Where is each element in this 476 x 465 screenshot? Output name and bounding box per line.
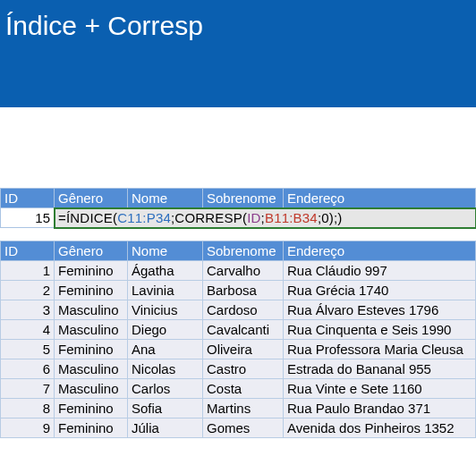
cell-sobrenome[interactable]: Cavalcanti xyxy=(203,320,284,340)
table-row: 5FemininoAnaOliveiraRua Professora Maria… xyxy=(1,340,476,359)
table-row: 7MasculinoCarlosCostaRua Vinte e Sete 11… xyxy=(1,379,476,399)
cell-sobrenome[interactable]: Carvalho xyxy=(203,261,284,281)
cell-endereco[interactable]: Rua Grécia 1740 xyxy=(284,281,476,300)
header-id[interactable]: ID xyxy=(1,189,55,208)
formula-range2: B11:B34 xyxy=(265,210,318,225)
cell-nome[interactable]: Vinicius xyxy=(128,300,203,320)
cell-sobrenome[interactable]: Costa xyxy=(203,379,284,399)
cell-endereco[interactable]: Rua Álvaro Esteves 1796 xyxy=(284,300,476,320)
cell-genero[interactable]: Feminino xyxy=(55,281,128,300)
cell-id[interactable]: 1 xyxy=(1,261,55,281)
header-genero[interactable]: Gênero xyxy=(55,189,128,208)
data-header-row: ID Gênero Nome Sobrenome Endereço xyxy=(1,241,476,261)
header-nome[interactable]: Nome xyxy=(128,241,203,261)
cell-nome[interactable]: Diego xyxy=(128,320,203,340)
cell-sobrenome[interactable]: Martins xyxy=(203,399,284,418)
cell-genero[interactable]: Masculino xyxy=(55,359,128,379)
cell-id[interactable]: 6 xyxy=(1,359,55,379)
cell-genero[interactable]: Masculino xyxy=(55,300,128,320)
cell-sobrenome[interactable]: Barbosa xyxy=(203,281,284,300)
spacer xyxy=(0,107,476,188)
table-row: 2FemininoLaviniaBarbosaRua Grécia 1740 xyxy=(1,281,476,300)
cell-sobrenome[interactable]: Oliveira xyxy=(203,340,284,359)
cell-genero[interactable]: Feminino xyxy=(55,340,128,359)
cell-endereco[interactable]: Rua Professora Maria Cleusa xyxy=(284,340,476,359)
gap xyxy=(0,228,476,241)
cell-nome[interactable]: Júlia xyxy=(128,418,203,438)
table-row: 6MasculinoNicolasCastroEstrada do Banana… xyxy=(1,359,476,379)
cell-genero[interactable]: Masculino xyxy=(55,320,128,340)
cell-endereco[interactable]: Rua Vinte e Sete 1160 xyxy=(284,379,476,399)
cell-nome[interactable]: Sofia xyxy=(128,399,203,418)
cell-sobrenome[interactable]: Cardoso xyxy=(203,300,284,320)
page-title-banner: Índice + Corresp xyxy=(0,0,476,107)
formula-part: ;CORRESP( xyxy=(171,210,247,225)
cell-nome[interactable]: Ana xyxy=(128,340,203,359)
lookup-header-row: ID Gênero Nome Sobrenome Endereço xyxy=(1,189,476,208)
cell-nome[interactable]: Carlos xyxy=(128,379,203,399)
header-sobrenome[interactable]: Sobrenome xyxy=(203,241,284,261)
cell-genero[interactable]: Feminino xyxy=(55,399,128,418)
cell-endereco[interactable]: Rua Cinquenta e Seis 1990 xyxy=(284,320,476,340)
formula-part: ;0);) xyxy=(318,210,343,225)
cell-id[interactable]: 8 xyxy=(1,399,55,418)
header-nome[interactable]: Nome xyxy=(128,189,203,208)
table-row: 1FemininoÁgathaCarvalhoRua Cláudio 997 xyxy=(1,261,476,281)
header-genero[interactable]: Gênero xyxy=(55,241,128,261)
cell-sobrenome[interactable]: Castro xyxy=(203,359,284,379)
lookup-id-cell[interactable]: 15 xyxy=(1,208,55,228)
formula-row: 15 =ÍNDICE(C11:P34;CORRESP(ID;B11:B34;0)… xyxy=(1,208,476,228)
header-endereco[interactable]: Endereço xyxy=(284,241,476,261)
table-row: 3MasculinoViniciusCardosoRua Álvaro Este… xyxy=(1,300,476,320)
lookup-table: ID Gênero Nome Sobrenome Endereço 15 =ÍN… xyxy=(0,188,476,228)
header-endereco[interactable]: Endereço xyxy=(284,189,476,208)
cell-id[interactable]: 5 xyxy=(1,340,55,359)
cell-sobrenome[interactable]: Gomes xyxy=(203,418,284,438)
cell-endereco[interactable]: Estrada do Bananal 955 xyxy=(284,359,476,379)
cell-nome[interactable]: Ágatha xyxy=(128,261,203,281)
cell-genero[interactable]: Feminino xyxy=(55,418,128,438)
header-sobrenome[interactable]: Sobrenome xyxy=(203,189,284,208)
formula-cell[interactable]: =ÍNDICE(C11:P34;CORRESP(ID;B11:B34;0);) xyxy=(55,208,476,228)
page-title: Índice + Corresp xyxy=(5,11,203,40)
cell-endereco[interactable]: Rua Cláudio 997 xyxy=(284,261,476,281)
cell-genero[interactable]: Feminino xyxy=(55,261,128,281)
cell-id[interactable]: 2 xyxy=(1,281,55,300)
cell-endereco[interactable]: Avenida dos Pinheiros 1352 xyxy=(284,418,476,438)
formula-part: =ÍNDICE( xyxy=(58,210,117,225)
cell-endereco[interactable]: Rua Paulo Brandao 371 xyxy=(284,399,476,418)
cell-genero[interactable]: Masculino xyxy=(55,379,128,399)
formula-keyword: ID xyxy=(247,210,260,225)
table-row: 8FemininoSofiaMartinsRua Paulo Brandao 3… xyxy=(1,399,476,418)
data-table: ID Gênero Nome Sobrenome Endereço 1Femin… xyxy=(0,241,476,438)
formula-range1: C11:P34 xyxy=(117,210,171,225)
cell-id[interactable]: 9 xyxy=(1,418,55,438)
header-id[interactable]: ID xyxy=(1,241,55,261)
cell-id[interactable]: 4 xyxy=(1,320,55,340)
cell-nome[interactable]: Nicolas xyxy=(128,359,203,379)
table-row: 4MasculinoDiegoCavalcantiRua Cinquenta e… xyxy=(1,320,476,340)
table-row: 9FemininoJúliaGomesAvenida dos Pinheiros… xyxy=(1,418,476,438)
cell-nome[interactable]: Lavinia xyxy=(128,281,203,300)
cell-id[interactable]: 7 xyxy=(1,379,55,399)
cell-id[interactable]: 3 xyxy=(1,300,55,320)
